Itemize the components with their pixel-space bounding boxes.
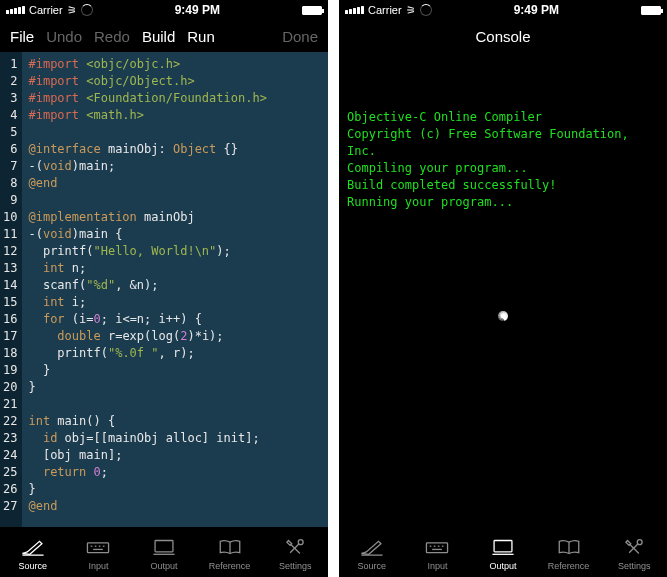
carrier-label: Carrier <box>368 4 402 16</box>
svg-rect-18 <box>494 540 512 551</box>
tab-label: Reference <box>548 561 590 571</box>
tab-settings[interactable]: Settings <box>262 534 328 571</box>
tools-icon <box>620 534 648 560</box>
line-gutter: 1234567891011121314151617181920212223242… <box>0 52 22 527</box>
battery-icon <box>641 6 661 15</box>
tab-label: Input <box>427 561 447 571</box>
redo-button[interactable]: Redo <box>94 28 130 45</box>
signal-icon <box>6 6 25 14</box>
signal-icon <box>345 6 364 14</box>
tab-label: Input <box>88 561 108 571</box>
tab-label: Source <box>358 561 387 571</box>
screen-icon <box>150 534 178 560</box>
tab-label: Reference <box>209 561 251 571</box>
phone-source: Carrier ⚞ 9:49 PM File Undo Redo Build R… <box>0 0 328 577</box>
loading-spinner-icon <box>489 314 517 342</box>
svg-line-21 <box>630 544 639 553</box>
carrier-label: Carrier <box>29 4 63 16</box>
clock: 9:49 PM <box>514 3 559 17</box>
code-editor[interactable]: 1234567891011121314151617181920212223242… <box>0 52 328 527</box>
phone-console: Carrier ⚞ 9:49 PM Console Objective-C On… <box>339 0 667 577</box>
wifi-icon: ⚞ <box>406 4 416 17</box>
tab-source[interactable]: Source <box>0 534 66 571</box>
activity-spinner-icon <box>420 4 432 16</box>
pen-icon <box>358 534 386 560</box>
console-output: Objective-C Online CompilerCopyright (c)… <box>339 52 667 527</box>
console-title: Console <box>475 28 530 45</box>
tab-output[interactable]: Output <box>470 534 536 571</box>
pen-icon <box>19 534 47 560</box>
console-title-bar: Console <box>339 20 667 52</box>
activity-spinner-icon <box>81 4 93 16</box>
tab-reference[interactable]: Reference <box>536 534 602 571</box>
editor-toolbar: File Undo Redo Build Run Done <box>0 20 328 52</box>
screen-icon <box>489 534 517 560</box>
svg-rect-6 <box>155 540 173 551</box>
svg-rect-12 <box>427 542 448 552</box>
book-icon <box>216 534 244 560</box>
done-button[interactable]: Done <box>282 28 318 45</box>
tab-label: Output <box>150 561 177 571</box>
svg-rect-0 <box>88 542 109 552</box>
tab-output[interactable]: Output <box>131 534 197 571</box>
status-bar: Carrier ⚞ 9:49 PM <box>0 0 328 20</box>
wifi-icon: ⚞ <box>67 4 77 17</box>
tab-settings[interactable]: Settings <box>601 534 667 571</box>
clock: 9:49 PM <box>175 3 220 17</box>
svg-line-9 <box>291 544 300 553</box>
book-icon <box>555 534 583 560</box>
tab-input[interactable]: Input <box>405 534 471 571</box>
tab-input[interactable]: Input <box>66 534 132 571</box>
tab-label: Settings <box>279 561 312 571</box>
status-bar: Carrier ⚞ 9:49 PM <box>339 0 667 20</box>
undo-button[interactable]: Undo <box>46 28 82 45</box>
tab-source[interactable]: Source <box>339 534 405 571</box>
tab-label: Settings <box>618 561 651 571</box>
tab-label: Output <box>489 561 516 571</box>
run-button[interactable]: Run <box>187 28 215 45</box>
code-area[interactable]: #import <objc/objc.h>#import <objc/Objec… <box>22 52 328 527</box>
file-menu[interactable]: File <box>10 28 34 45</box>
tools-icon <box>281 534 309 560</box>
tab-bar: SourceInputOutputReferenceSettings <box>0 527 328 577</box>
keyboard-icon <box>423 534 451 560</box>
tab-label: Source <box>19 561 48 571</box>
battery-icon <box>302 6 322 15</box>
tab-reference[interactable]: Reference <box>197 534 263 571</box>
keyboard-icon <box>84 534 112 560</box>
build-button[interactable]: Build <box>142 28 175 45</box>
tab-bar: SourceInputOutputReferenceSettings <box>339 527 667 577</box>
